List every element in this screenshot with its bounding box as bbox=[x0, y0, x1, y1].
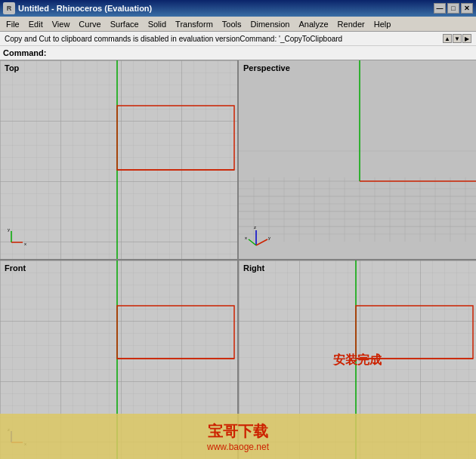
svg-rect-49 bbox=[0, 260, 237, 459]
menu-dimension[interactable]: Dimension bbox=[246, 18, 295, 30]
command-info-content: Copy and Cut to clipboard commands is di… bbox=[5, 35, 342, 43]
perspective-viewport-label: Perspective bbox=[243, 63, 290, 72]
top-viewport-label: Top bbox=[5, 63, 19, 72]
svg-text:z: z bbox=[254, 225, 256, 230]
viewport-front[interactable]: Front z x bbox=[0, 260, 237, 459]
menu-file[interactable]: File bbox=[2, 18, 24, 30]
top-axis: y x bbox=[8, 227, 30, 250]
svg-text:y: y bbox=[268, 236, 270, 240]
window-title: Untitled - Rhinoceros (Evaluation) bbox=[18, 4, 152, 13]
viewport-right[interactable]: Right 安装完成 bbox=[239, 260, 476, 459]
top-grid bbox=[0, 60, 237, 259]
command-input-row: Command: bbox=[0, 46, 476, 60]
install-complete-text: 安装完成 bbox=[333, 352, 382, 368]
menu-solid[interactable]: Solid bbox=[144, 18, 171, 30]
svg-text:x: x bbox=[24, 242, 26, 246]
maximize-button[interactable]: □ bbox=[447, 3, 459, 14]
command-label: Command: bbox=[3, 48, 46, 57]
command-info-text: Copy and Cut to clipboard commands is di… bbox=[0, 32, 476, 46]
title-buttons: — □ ✕ bbox=[434, 3, 473, 14]
front-axis: z x bbox=[8, 427, 30, 450]
menu-view[interactable]: View bbox=[48, 18, 75, 30]
close-button[interactable]: ✕ bbox=[461, 3, 473, 14]
minimize-button[interactable]: — bbox=[434, 3, 446, 14]
svg-text:y: y bbox=[8, 227, 10, 232]
right-viewport-label: Right bbox=[243, 263, 264, 273]
menu-transform[interactable]: Transform bbox=[171, 18, 218, 30]
svg-text:z: z bbox=[8, 427, 10, 432]
command-scroll-buttons: ▲ ▼ ▶ bbox=[443, 34, 471, 43]
menu-help[interactable]: Help bbox=[369, 18, 396, 30]
viewport-area: Top y x bbox=[0, 60, 476, 459]
svg-text:x: x bbox=[24, 442, 26, 446]
menu-tools[interactable]: Tools bbox=[218, 18, 246, 30]
title-bar: R Untitled - Rhinoceros (Evaluation) — □… bbox=[0, 0, 476, 17]
svg-text:x: x bbox=[245, 236, 247, 240]
menu-analyze[interactable]: Analyze bbox=[294, 18, 332, 30]
front-grid bbox=[0, 260, 237, 459]
svg-line-43 bbox=[249, 239, 256, 245]
app-icon: R bbox=[3, 2, 15, 14]
perspective-axis: z y x bbox=[245, 223, 275, 253]
menu-render[interactable]: Render bbox=[333, 18, 369, 30]
menu-surface[interactable]: Surface bbox=[106, 18, 144, 30]
menu-edit[interactable]: Edit bbox=[24, 18, 48, 30]
scroll-up-button[interactable]: ▲ bbox=[443, 34, 452, 43]
viewport-top[interactable]: Top y x bbox=[0, 60, 237, 259]
menu-curve[interactable]: Curve bbox=[74, 18, 105, 30]
svg-rect-2 bbox=[0, 60, 237, 259]
menu-bar: File Edit View Curve Surface Solid Trans… bbox=[0, 17, 476, 32]
svg-line-42 bbox=[256, 239, 267, 245]
front-viewport-label: Front bbox=[5, 263, 26, 273]
viewport-perspective[interactable]: Perspective z y x bbox=[239, 60, 476, 259]
title-bar-left: R Untitled - Rhinoceros (Evaluation) bbox=[3, 2, 152, 14]
command-bar: Copy and Cut to clipboard commands is di… bbox=[0, 32, 476, 60]
scroll-right-button[interactable]: ▶ bbox=[462, 34, 471, 43]
scroll-down-button[interactable]: ▼ bbox=[453, 34, 462, 43]
